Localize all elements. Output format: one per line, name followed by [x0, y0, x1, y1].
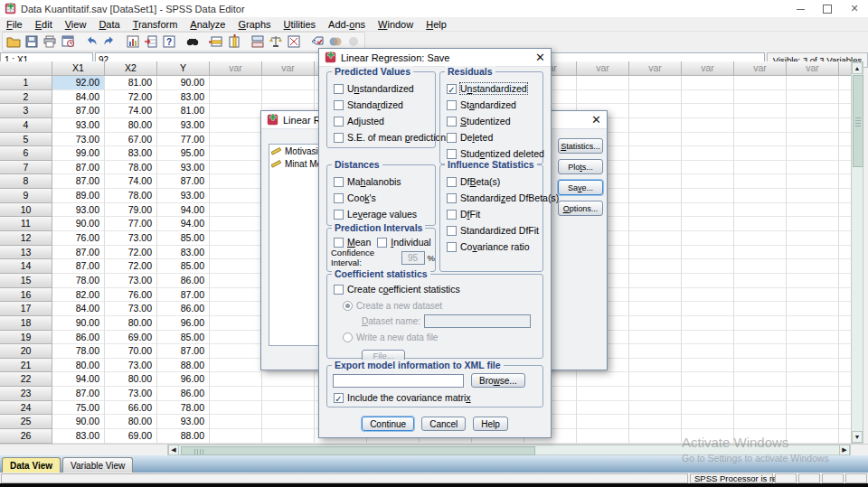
- checkbox-box[interactable]: [447, 149, 457, 159]
- grid-cell[interactable]: [210, 259, 262, 274]
- checkbox-box[interactable]: [377, 238, 387, 248]
- create-coefficient-statistics-checkbox[interactable]: Create coefficient statistics: [327, 281, 542, 297]
- grid-cell[interactable]: 93.00: [157, 161, 210, 175]
- grid-cell[interactable]: [787, 118, 839, 133]
- grid-cell[interactable]: [210, 231, 262, 246]
- row-header[interactable]: 16: [0, 288, 52, 303]
- grid-cell[interactable]: [629, 246, 682, 260]
- redo-icon[interactable]: [101, 33, 118, 50]
- grid-cell[interactable]: [210, 146, 262, 161]
- cancel-button[interactable]: Cancel: [421, 417, 466, 431]
- influence-standardized-dffit-checkbox[interactable]: Standardized DfFit: [440, 222, 542, 239]
- column-header-var[interactable]: var: [262, 61, 315, 76]
- grid-cell[interactable]: [734, 146, 787, 161]
- checkbox-box[interactable]: [334, 393, 344, 403]
- predicted-standardized-checkbox[interactable]: Standardized: [327, 97, 435, 113]
- grid-cell[interactable]: [682, 203, 734, 218]
- grid-cell[interactable]: [682, 174, 734, 189]
- scroll-down-button[interactable]: ▼: [852, 431, 863, 443]
- menu-help[interactable]: Help: [420, 19, 453, 30]
- row-header[interactable]: 20: [0, 344, 52, 359]
- checkbox-box[interactable]: [334, 177, 344, 187]
- grid-cell[interactable]: [787, 259, 839, 274]
- grid-cell[interactable]: [682, 288, 734, 303]
- grid-cell[interactable]: [682, 104, 734, 118]
- insert-variable-icon[interactable]: [226, 33, 242, 50]
- row-header[interactable]: 5: [0, 133, 52, 147]
- grid-cell[interactable]: [839, 76, 851, 90]
- grid-cell[interactable]: 78.00: [105, 161, 157, 175]
- checkbox-box[interactable]: [334, 84, 344, 94]
- grid-cell[interactable]: [839, 331, 851, 345]
- grid-cell[interactable]: [734, 133, 787, 147]
- grid-cell[interactable]: 83.00: [105, 146, 157, 161]
- grid-cell[interactable]: [787, 246, 839, 260]
- grid-cell[interactable]: [577, 90, 629, 105]
- grid-cell[interactable]: 78.00: [52, 274, 105, 288]
- checkbox-box[interactable]: [334, 100, 344, 110]
- grid-cell[interactable]: [682, 344, 734, 359]
- grid-cell[interactable]: [629, 203, 682, 218]
- grid-cell[interactable]: [787, 90, 839, 105]
- grid-cell[interactable]: [787, 161, 839, 175]
- grid-cell[interactable]: 94.00: [157, 203, 210, 218]
- grid-cell[interactable]: [734, 161, 787, 175]
- grid-cell[interactable]: [734, 344, 787, 359]
- grid-cell[interactable]: 93.00: [157, 189, 210, 203]
- grid-cell[interactable]: [210, 217, 262, 231]
- grid-cell[interactable]: [787, 359, 839, 373]
- grid-cell[interactable]: [262, 90, 315, 105]
- grid-cell[interactable]: 72.00: [105, 259, 157, 274]
- grid-cell[interactable]: [839, 415, 851, 429]
- grid-cell[interactable]: [629, 302, 682, 316]
- grid-cell[interactable]: [682, 429, 734, 444]
- grid-cell[interactable]: [787, 104, 839, 118]
- checkbox-box[interactable]: [447, 242, 457, 252]
- row-header[interactable]: 21: [0, 359, 52, 373]
- grid-cell[interactable]: 87.00: [157, 288, 210, 303]
- grid-cell[interactable]: 84.00: [52, 302, 105, 316]
- grid-cell[interactable]: [210, 316, 262, 331]
- confidence-interval-input[interactable]: [401, 251, 425, 265]
- vertical-scrollbar[interactable]: ▲ ▼: [851, 61, 863, 444]
- grid-cell[interactable]: 93.00: [157, 415, 210, 429]
- grid-cell[interactable]: [839, 288, 851, 303]
- checkbox-box[interactable]: [334, 133, 344, 143]
- grid-cell[interactable]: [682, 331, 734, 345]
- insert-case-icon[interactable]: [208, 33, 224, 50]
- column-header-x2[interactable]: X2: [105, 61, 157, 76]
- grid-cell[interactable]: 92.00: [52, 76, 105, 90]
- grid-cell[interactable]: [629, 133, 682, 147]
- grid-cell[interactable]: [577, 415, 629, 429]
- grid-cell[interactable]: 83.00: [157, 90, 210, 105]
- print-icon[interactable]: [42, 33, 58, 50]
- distances-cook-s-checkbox[interactable]: Cook's: [327, 190, 435, 206]
- grid-cell[interactable]: [210, 288, 262, 303]
- grid-cell[interactable]: [787, 302, 839, 316]
- checkbox-box[interactable]: [447, 133, 457, 143]
- grid-cell[interactable]: 80.00: [52, 359, 105, 373]
- grid-cell[interactable]: [734, 231, 787, 246]
- grid-cell[interactable]: [629, 359, 682, 373]
- column-header-y[interactable]: Y: [157, 61, 210, 76]
- grid-cell[interactable]: [577, 76, 629, 90]
- grid-cell[interactable]: 95.00: [157, 146, 210, 161]
- grid-cell[interactable]: [210, 118, 262, 133]
- grid-cell[interactable]: [734, 76, 787, 90]
- grid-cell[interactable]: [682, 76, 734, 90]
- grid-cell[interactable]: [787, 316, 839, 331]
- grid-cell[interactable]: 96.00: [157, 372, 210, 387]
- grid-cell[interactable]: [629, 415, 682, 429]
- grid-cell[interactable]: [210, 302, 262, 316]
- row-header[interactable]: 13: [0, 246, 52, 260]
- grid-cell[interactable]: [262, 429, 315, 444]
- plots-button[interactable]: Plots...: [558, 159, 603, 174]
- menu-edit[interactable]: Edit: [29, 19, 59, 30]
- grid-cell[interactable]: [682, 90, 734, 105]
- grid-cell[interactable]: [787, 288, 839, 303]
- grid-cell[interactable]: [839, 387, 851, 401]
- grid-cell[interactable]: 87.00: [52, 161, 105, 175]
- grid-cell[interactable]: 73.00: [105, 274, 157, 288]
- grid-cell[interactable]: 90.00: [52, 217, 105, 231]
- row-header[interactable]: 23: [0, 387, 52, 401]
